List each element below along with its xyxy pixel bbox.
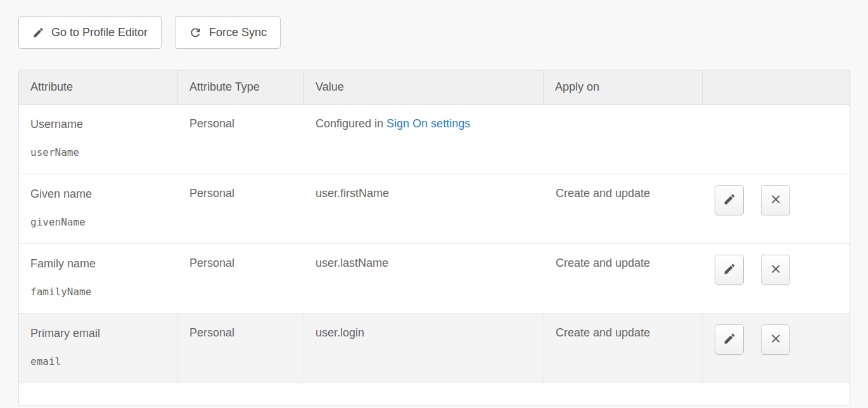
attribute-cell: Family name familyName [19,244,178,313]
apply-on-value: Create and update [556,187,650,200]
attribute-type-value: Personal [189,257,234,269]
value-cell: user.lastName [304,244,544,313]
attribute-variable-name: familyName [30,286,167,298]
close-icon [770,333,782,347]
attribute-label: Username [30,117,167,131]
attribute-label: Primary email [30,326,166,340]
apply-on-cell: Create and update [544,244,703,313]
attribute-type-cell: Personal [178,174,304,243]
attribute-cell: Primary email email [19,314,178,383]
column-header-attribute-type: Attribute Type [178,70,304,104]
pencil-icon [723,193,736,208]
pencil-icon [723,262,736,277]
value-cell: Configured in Sign On settings [304,105,544,174]
actions-cell [703,314,850,383]
close-icon [770,193,782,207]
table-body: Username userName Personal Configured in… [19,105,850,383]
value-text: user.firstName [316,187,389,200]
attribute-type-cell: Personal [178,244,304,313]
attribute-variable-name: userName [30,146,167,159]
go-to-profile-editor-button[interactable]: Go to Profile Editor [18,16,162,49]
table-row: Given name givenName Personal user.first… [19,174,850,244]
apply-on-cell: Create and update [544,174,703,243]
go-to-profile-editor-label: Go to Profile Editor [51,26,148,39]
attribute-label: Family name [30,257,167,271]
sign-on-settings-link[interactable]: Sign On settings [386,117,470,130]
column-header-actions [703,70,850,104]
refresh-icon [189,26,202,39]
delete-attribute-button[interactable] [761,324,790,355]
table-row: Primary email email Personal user.login … [19,314,850,383]
table-row: Family name familyName Personal user.las… [19,244,850,314]
table-row: Username userName Personal Configured in… [19,105,850,174]
attribute-type-value: Personal [189,117,234,130]
close-icon [770,263,782,277]
attribute-label: Given name [30,187,167,201]
attribute-mappings-table: Attribute Attribute Type Value Apply on … [18,70,850,406]
attribute-variable-name: email [30,355,166,368]
column-header-attribute: Attribute [19,70,178,104]
force-sync-button[interactable]: Force Sync [175,16,281,49]
apply-on-value: Create and update [556,326,650,339]
actions-cell [703,244,850,313]
edit-attribute-button[interactable] [715,185,744,215]
edit-attribute-button[interactable] [715,324,744,355]
actions-cell [703,105,850,174]
apply-on-value: Create and update [556,257,650,269]
pencil-icon [32,27,44,39]
attribute-type-value: Personal [189,187,234,200]
apply-on-cell [544,105,703,174]
value-text: user.login [316,326,364,339]
attribute-cell: Username userName [19,105,178,174]
pencil-icon [723,332,736,347]
attribute-type-value: Personal [189,326,234,339]
attribute-cell: Given name givenName [19,174,178,243]
value-cell: user.firstName [304,174,544,243]
attribute-type-cell: Personal [178,105,304,174]
attribute-type-cell: Personal [178,314,304,383]
force-sync-label: Force Sync [209,26,267,39]
value-cell: user.login [304,314,544,383]
attribute-variable-name: givenName [30,216,167,229]
actions-cell [703,174,850,243]
column-header-apply-on: Apply on [544,70,703,104]
delete-attribute-button[interactable] [761,255,790,285]
page: Go to Profile Editor Force Sync Attribut… [0,0,868,406]
value-prefix-text: Configured in [316,117,386,130]
edit-attribute-button[interactable] [715,255,744,285]
table-header: Attribute Attribute Type Value Apply on [19,70,850,105]
apply-on-cell: Create and update [544,314,703,383]
table-row-partial [19,383,850,405]
column-header-value: Value [304,70,544,104]
delete-attribute-button[interactable] [761,185,790,215]
toolbar: Go to Profile Editor Force Sync [18,16,868,49]
value-text: user.lastName [316,257,388,269]
